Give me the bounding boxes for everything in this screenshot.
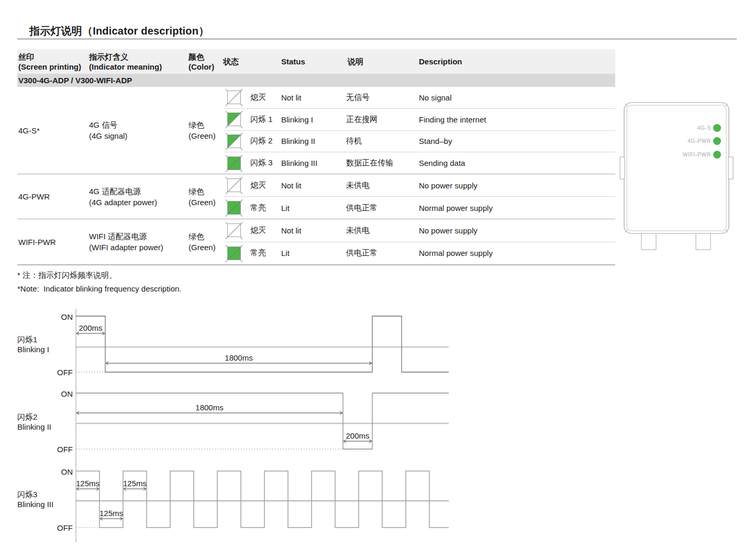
desc-zh: 未供电 [346, 181, 419, 191]
led-off-icon [225, 88, 243, 106]
table-group-4g-s: 4G-S* 4G 信号 (4G signal) 绿色 (Green) 熄灭 No… [17, 87, 615, 174]
desc-zh: 正在搜网 [346, 115, 419, 125]
desc-zh: 供电正常 [346, 248, 419, 258]
state-zh: 闪烁 2 [250, 136, 281, 146]
state-zh: 熄灭 [250, 226, 281, 236]
indicator-table: 丝印 (Screen printing) 指示灯含义 (Indicator me… [17, 49, 615, 265]
status-en: Blinking III [281, 159, 346, 167]
status-en: Lit [281, 204, 346, 212]
col-header-status: Status [281, 49, 305, 74]
state-zh: 熄灭 [250, 93, 281, 103]
diagram2-on-label: ON [45, 389, 73, 398]
diagram1-label: 闪烁1 Blinking I [17, 334, 49, 354]
cell-meaning: WIFI 适配器电源 (WIFI adapter power) [89, 219, 188, 264]
table-row: 闪烁 1 Blinking I 正在搜网 Finding the interne… [224, 108, 615, 130]
state-zh: 闪烁 1 [250, 115, 281, 125]
meaning-en: (4G adapter power) [89, 197, 188, 208]
led-fill [227, 247, 241, 260]
color-zh: 绿色 [188, 231, 224, 242]
col-header-color: 颜色 (Color) [188, 49, 214, 74]
state-zh: 熄灭 [250, 181, 281, 191]
table-row: 熄灭 Not lit 无信号 No signal [224, 87, 615, 108]
svg-text:200ms: 200ms [346, 431, 369, 440]
state-zh: 常亮 [250, 203, 281, 213]
device-illustration: 4G-S 4G-PWR WIFI-PWR [618, 99, 738, 256]
led-off-icon [225, 221, 243, 239]
table-row: 熄灭 Not lit 未供电 No power supply [224, 174, 615, 196]
meaning-zh: 4G 适配器电源 [89, 186, 188, 197]
col-header-state: 状态 [223, 49, 239, 74]
col-header-description: Description [419, 49, 462, 74]
device-led-label-4g-s: 4G-S [664, 125, 711, 131]
device-led-4g-s [713, 124, 721, 132]
desc-zh: 无信号 [346, 93, 419, 103]
cell-meaning: 4G 信号 (4G signal) [89, 87, 188, 174]
led-fill [227, 223, 241, 237]
header-zh: 颜色 [188, 52, 214, 62]
cell-screen-printing: WIFI-PWR [17, 219, 89, 264]
color-en: (Green) [188, 130, 224, 141]
state-zh: 闪烁 3 [250, 158, 281, 168]
cell-screen-printing: 4G-PWR [17, 174, 89, 219]
state-rows: 熄灭 Not lit 未供电 No power supply 常亮 Lit 供电… [224, 174, 615, 219]
table-group-wifi-pwr: WIFI-PWR WIFI 适配器电源 (WIFI adapter power)… [17, 219, 615, 264]
diagram3-label: 闪烁3 Blinking III [17, 489, 53, 509]
cell-meaning: 4G 适配器电源 (4G adapter power) [89, 174, 188, 219]
led-fill [227, 135, 241, 148]
desc-zh: 未供电 [346, 226, 419, 236]
svg-text:125ms: 125ms [99, 509, 123, 518]
col-header-shuoming: 说明 [348, 49, 363, 74]
table-row: 熄灭 Not lit 未供电 No power supply [224, 219, 615, 242]
status-en: Not lit [281, 226, 346, 235]
desc-en: Stand–by [419, 137, 615, 145]
device-led-label-4g-pwr: 4G-PWR [664, 138, 711, 144]
note-en: *Note: Indicator blinking frequency desc… [17, 284, 182, 293]
screen-printing-text: 4G-PWR [18, 191, 89, 202]
svg-text:1800ms: 1800ms [225, 353, 252, 362]
device-led-label-wifi-pwr: WIFI-PWR [664, 151, 711, 158]
screen-printing-text: 4G-S* [18, 125, 89, 136]
svg-text:1800ms: 1800ms [195, 403, 223, 412]
led-blinking-icon [225, 110, 243, 128]
status-en: Lit [281, 249, 346, 257]
led-fill [227, 201, 241, 215]
svg-text:125ms: 125ms [123, 479, 147, 488]
led-fill [227, 156, 241, 170]
title-divider [17, 39, 737, 39]
led-blinking-icon [225, 132, 243, 150]
desc-en: No power supply [419, 226, 615, 235]
color-en: (Green) [188, 242, 224, 253]
color-en: (Green) [188, 197, 224, 208]
status-en: Blinking I [281, 115, 346, 124]
device-led-wifi-pwr [713, 151, 721, 159]
diagram3-on-label: ON [45, 467, 73, 476]
device-outline [618, 99, 738, 256]
color-zh: 绿色 [188, 119, 224, 130]
header-en: (Color) [188, 62, 214, 72]
header-zh: 指示灯含义 [89, 52, 162, 62]
meaning-en: (4G signal) [89, 130, 188, 141]
device-led-4g-pwr [713, 137, 721, 145]
led-on-icon [225, 244, 243, 262]
status-en: Blinking II [281, 137, 346, 145]
col-header-meaning: 指示灯含义 (Indicator meaning) [89, 49, 162, 74]
desc-en: No power supply [419, 181, 615, 190]
led-fill [227, 113, 241, 126]
header-en: (Screen printing) [18, 62, 81, 72]
status-en: Not lit [281, 181, 346, 190]
led-on-icon [225, 199, 243, 217]
page-title: 指示灯说明（Indicator description） [29, 24, 209, 38]
diagram2-label: 闪烁2 Blinking II [17, 412, 51, 432]
led-fill [227, 91, 241, 104]
diagram3-label-en: Blinking III [17, 499, 53, 509]
diagram3-off-label: OFF [45, 523, 73, 532]
screen-printing-text: WIFI-PWR [18, 237, 89, 248]
desc-en: Finding the internet [419, 115, 615, 124]
cell-color: 绿色 (Green) [188, 174, 224, 219]
table-row: 闪烁 3 Blinking III 数据正在传输 Sending data [224, 152, 615, 174]
col-header-screen-printing: 丝印 (Screen printing) [18, 49, 81, 74]
desc-en: Normal power supply [419, 204, 615, 212]
table-row: 闪烁 2 Blinking II 待机 Stand–by [224, 130, 615, 152]
table-section-row: V300-4G-ADP / V300-WIFI-ADP [17, 74, 615, 87]
diagram1-on-label: ON [45, 312, 73, 321]
